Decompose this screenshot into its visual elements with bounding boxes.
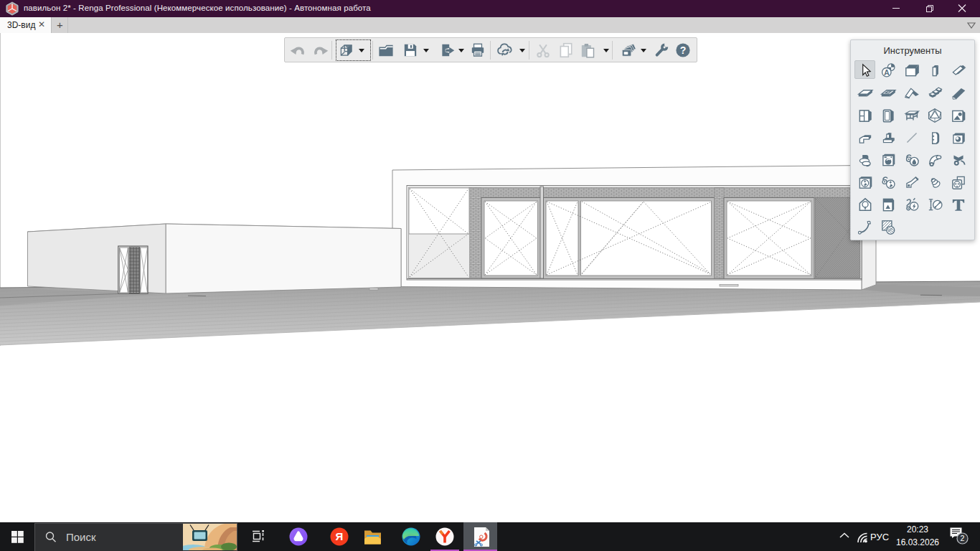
svg-text:A: A xyxy=(884,68,890,77)
svg-text:Я: Я xyxy=(336,530,344,542)
svg-text:?: ? xyxy=(680,44,687,56)
svg-text:2: 2 xyxy=(961,534,965,542)
